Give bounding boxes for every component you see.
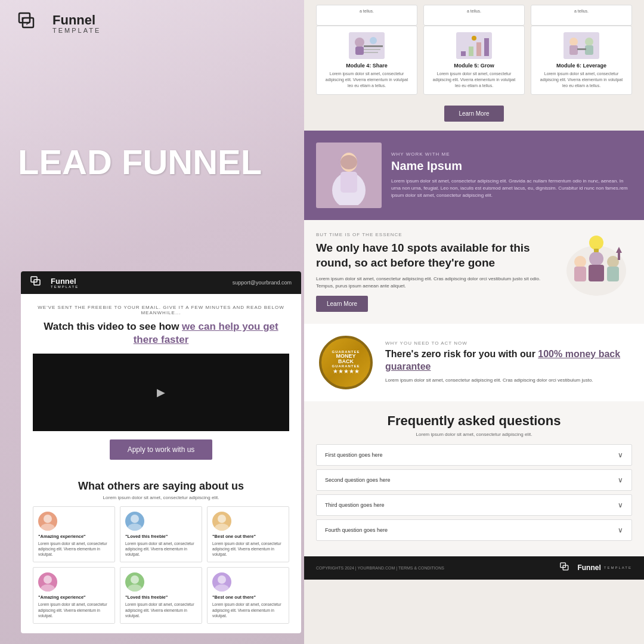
brand-name: Funnel (52, 14, 101, 27)
urgency-button[interactable]: Learn More (316, 296, 368, 312)
faq-item[interactable]: Second question goes here ∨ (316, 469, 632, 491)
why-label: WHY WORK WITH ME (391, 151, 632, 157)
chevron-down-icon: ∨ (618, 501, 623, 509)
footer-brand-name: Funnel (577, 564, 600, 572)
thankyou-tagline: WE'VE SENT THE FREEBIE TO YOUR EMAIL. GI… (33, 305, 289, 315)
svg-point-44 (607, 256, 619, 268)
testimonial-card: "Loved this freebie" Lorem ipsum dolor s… (120, 506, 202, 562)
module-title: Module 6: Leverage (537, 63, 626, 69)
svg-rect-49 (618, 253, 620, 260)
guarantee-text-body: Lorem ipsum dolor sit amet, consectetur … (385, 377, 632, 384)
svg-rect-25 (469, 47, 473, 56)
urgency-content: BUT TIME IS OF THE ESSENCE We only have … (316, 232, 551, 311)
testimonial-avatar (212, 512, 231, 531)
guarantee-label: WHY YOU NEED TO ACT NOW (385, 340, 632, 346)
svg-point-8 (131, 515, 139, 523)
footer-logo: Funnel TEMPLATE (560, 562, 632, 574)
faq-item[interactable]: Third question goes here ∨ (316, 494, 632, 516)
testimonials-grid: "Amazing experience" Lorem ipsum dolor s… (33, 506, 289, 624)
faq-items: First question goes here ∨ Second questi… (316, 444, 632, 541)
module-title: Module 4: Share (323, 63, 411, 69)
partial-card-text: a tellus. (428, 9, 521, 13)
chevron-down-icon: ∨ (618, 476, 623, 484)
svg-rect-22 (364, 49, 380, 50)
guarantee-badge: GUARANTEE MONEY BACK GUARANTEE ★★★★★ (316, 336, 376, 389)
module-illustration (456, 32, 492, 59)
nav-funnel-name: Funnel (51, 277, 79, 285)
module-card: Module 5: Grow Lorem ipsum dolor sit ame… (423, 26, 525, 95)
logo: F P Funnel TEMPLATE (18, 12, 101, 36)
apply-button[interactable]: Apply to work with us (110, 439, 213, 460)
svg-point-46 (589, 236, 603, 250)
footer-logo-icon (560, 562, 574, 574)
module-illustration (349, 32, 385, 59)
testimonial-text: Lorem ipsum dolor sit amet, consectetur … (38, 602, 110, 618)
svg-point-9 (128, 524, 142, 531)
module-desc: Lorem ipsum dolor sit amet, consectetur … (430, 71, 518, 88)
testimonial-text: Lorem ipsum dolor sit amet, consectetur … (125, 541, 197, 557)
svg-rect-32 (585, 45, 593, 55)
module-desc: Lorem ipsum dolor sit amet, consectetur … (537, 71, 626, 88)
testimonial-text: Lorem ipsum dolor sit amet, consectetur … (38, 541, 110, 557)
guarantee-section: GUARANTEE MONEY BACK GUARANTEE ★★★★★ WHY… (304, 324, 644, 401)
svg-rect-43 (589, 265, 604, 281)
testimonial-text: Lorem ipsum dolor sit amet, consectetur … (125, 602, 197, 618)
svg-text:P: P (26, 21, 30, 26)
thankyou-body: WE'VE SENT THE FREEBIE TO YOUR EMAIL. GI… (21, 294, 301, 480)
footer: COPYRIGHTS 2024 | YOURBRAND.COM | TERMS … (304, 556, 644, 580)
thankyou-section: Funnel TEMPLATE support@yourbrand.com WE… (21, 271, 301, 633)
svg-point-42 (589, 252, 603, 266)
faq-question: Second question goes here (325, 477, 391, 483)
headline-text: Watch this video to see how (44, 321, 182, 332)
learn-more-button[interactable]: Learn More (444, 106, 503, 122)
testimonial-avatar (125, 572, 144, 592)
faq-question: First question goes here (325, 452, 383, 458)
svg-rect-26 (476, 42, 481, 56)
play-icon: ▶ (157, 386, 165, 399)
nav-template: TEMPLATE (51, 285, 79, 289)
svg-point-40 (574, 256, 586, 268)
nav-email: support@yourbrand.com (233, 280, 292, 286)
guarantee-text: There's zero risk for you with our (385, 349, 538, 359)
partial-card: a tellus. (316, 5, 417, 26)
nav-logo: Funnel TEMPLATE (30, 276, 79, 289)
testimonial-card: "Best one out there" Lorem ipsum dolor s… (207, 567, 289, 623)
urgency-section: BUT TIME IS OF THE ESSENCE We only have … (304, 220, 644, 323)
urgency-text: Lorem ipsum dolor sit amet, consectetur … (316, 275, 551, 290)
svg-rect-21 (364, 45, 383, 47)
svg-rect-33 (577, 48, 586, 50)
testimonial-text: Lorem ipsum dolor sit amet, consectetur … (212, 602, 284, 618)
svg-point-17 (215, 584, 229, 592)
faq-sub: Lorem ipsum dolor sit amet, consectetur … (316, 432, 632, 437)
testimonials-title: What others are saying about us (33, 480, 289, 493)
faq-question: Third question goes here (325, 502, 385, 508)
video-placeholder[interactable]: ▶ (33, 354, 289, 431)
faq-title: Frequently asked questions (316, 413, 632, 429)
module-card: Module 6: Leverage Lorem ipsum dolor sit… (531, 26, 632, 95)
chevron-down-icon: ∨ (618, 451, 623, 459)
module-card: Module 4: Share Lorem ipsum dolor sit am… (316, 26, 417, 95)
why-name: Name Ipsum (391, 159, 632, 173)
svg-point-14 (131, 575, 139, 584)
faq-item[interactable]: First question goes here ∨ (316, 444, 632, 466)
thankyou-headline: Watch this video to see how we can help … (33, 320, 289, 346)
svg-point-20 (370, 37, 377, 44)
testimonial-card: "Best one out there" Lorem ipsum dolor s… (207, 506, 289, 562)
svg-rect-38 (340, 172, 357, 193)
testimonial-text: Lorem ipsum dolor sit amet, consectetur … (212, 541, 284, 557)
logo-text: Funnel TEMPLATE (52, 14, 101, 34)
module-illustration (564, 32, 599, 59)
module-title: Module 5: Grow (430, 63, 518, 69)
testimonials-section: What others are saying about us Lorem ip… (21, 480, 301, 633)
svg-point-37 (340, 155, 357, 169)
urgency-label: BUT TIME IS OF THE ESSENCE (316, 232, 551, 237)
guarantee-content: WHY YOU NEED TO ACT NOW There's zero ris… (385, 340, 632, 384)
guarantee-badge-inner: GUARANTEE MONEY BACK GUARANTEE ★★★★★ (319, 336, 373, 389)
svg-point-10 (218, 515, 226, 523)
modules-learn-more-wrap: Learn More (316, 106, 632, 122)
why-section: WHY WORK WITH ME Name Ipsum Lorem ipsum … (304, 131, 644, 220)
logo-icon: F P (18, 12, 48, 36)
svg-point-31 (585, 38, 593, 46)
testimonial-quote: "Loved this freebie" (125, 595, 197, 600)
faq-item[interactable]: Fourth question goes here ∨ (316, 519, 632, 541)
